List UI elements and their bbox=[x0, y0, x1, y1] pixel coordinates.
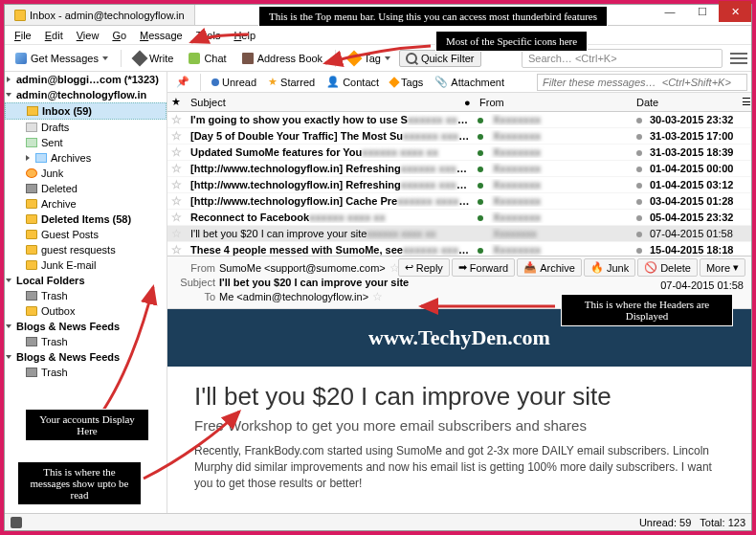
col-read[interactable]: ● bbox=[460, 97, 476, 108]
reply-button[interactable]: ↩ Reply bbox=[398, 258, 450, 277]
status-bar: Unread: 59 Total: 123 bbox=[5, 513, 751, 530]
more-button[interactable]: More ▾ bbox=[700, 258, 745, 277]
archive-button[interactable]: 📥 Archive bbox=[517, 258, 582, 277]
search-icon bbox=[406, 53, 417, 64]
filter-contact[interactable]: 👤Contact bbox=[322, 75, 384, 89]
book-icon bbox=[242, 53, 254, 64]
msg-date: 07-04-2015 01:58 bbox=[660, 279, 744, 291]
folder-archive[interactable]: Archive bbox=[5, 196, 167, 212]
feeds-1[interactable]: Blogs & News Feeds bbox=[5, 319, 167, 334]
forward-button[interactable]: ➡ Forward bbox=[452, 258, 515, 277]
menu-help[interactable]: Help bbox=[228, 29, 261, 42]
minimize-button[interactable]: — bbox=[654, 1, 686, 22]
folder-junk[interactable]: Junk bbox=[5, 166, 167, 181]
download-icon bbox=[15, 53, 27, 64]
body-title: I'll bet you $20 I can improve your site bbox=[194, 382, 724, 412]
window-tab[interactable]: Inbox - admin@technologyflow.in bbox=[5, 5, 195, 25]
anno-top-menu: This is the Top menu bar. Using this you… bbox=[258, 6, 608, 27]
message-row[interactable]: ☆I'll bet you $20 I can improve your sit… bbox=[167, 226, 751, 242]
anno-headers: This is where the Headers are Displayed bbox=[561, 294, 733, 326]
folder-tree: admin@bloggi…com (*1323)admin@technology… bbox=[5, 72, 167, 513]
close-button[interactable]: ✕ bbox=[719, 1, 751, 22]
filter-input[interactable] bbox=[537, 74, 747, 91]
status-unread: Unread: 59 bbox=[639, 517, 691, 528]
msg-from[interactable]: SumoMe <support@sumome.com> bbox=[219, 262, 386, 274]
toolbar: Get Messages Write Chat Address Book Tag… bbox=[5, 45, 751, 72]
msg-to[interactable]: Me <admin@technologyflow.in> bbox=[219, 291, 368, 302]
message-row[interactable]: ☆These 4 people messed with SumoMe, seex… bbox=[167, 242, 751, 256]
menu-edit[interactable]: Edit bbox=[39, 29, 69, 42]
write-button[interactable]: Write bbox=[127, 50, 180, 67]
message-row[interactable]: ☆[http://www.technologyflow.in] Cache Pr… bbox=[167, 193, 751, 210]
message-area: 📌 Unread ★Starred 👤Contact Tags 📎Attachm… bbox=[167, 72, 751, 513]
quick-filter-button[interactable]: Quick Filter bbox=[399, 50, 481, 67]
folder-drafts[interactable]: Drafts bbox=[5, 120, 167, 135]
folder-junk-e-mail[interactable]: Junk E-mail bbox=[5, 257, 167, 273]
folder-trash[interactable]: Trash bbox=[5, 365, 167, 380]
menu-go[interactable]: Go bbox=[106, 29, 132, 42]
menu-message[interactable]: Message bbox=[134, 29, 189, 42]
col-date[interactable]: Date bbox=[633, 97, 738, 108]
get-messages-button[interactable]: Get Messages bbox=[9, 50, 115, 67]
message-row[interactable]: ☆I'm going to show you exactly how to us… bbox=[167, 112, 751, 128]
menu-file[interactable]: File bbox=[9, 29, 37, 42]
local-folders[interactable]: Local Folders bbox=[5, 273, 167, 288]
address-book-button[interactable]: Address Book bbox=[235, 50, 329, 67]
maximize-button[interactable]: ☐ bbox=[686, 1, 719, 22]
pencil-icon bbox=[131, 50, 147, 66]
menu-tools[interactable]: Tools bbox=[190, 29, 227, 42]
anno-icons: Most of the Specific icons here bbox=[435, 31, 588, 52]
main-area: admin@bloggi…com (*1323)admin@technology… bbox=[5, 72, 751, 513]
tag-button[interactable]: Tag bbox=[342, 50, 397, 67]
message-row[interactable]: ☆[http://www.technologyflow.in] Refreshi… bbox=[167, 161, 751, 177]
menu-bar: FileEditViewGoMessageToolsHelp bbox=[5, 26, 751, 45]
feeds-2[interactable]: Blogs & News Feeds bbox=[5, 349, 167, 365]
folder-archives[interactable]: Archives bbox=[5, 150, 167, 166]
folder-guest-posts[interactable]: Guest Posts bbox=[5, 227, 167, 242]
filter-attachment[interactable]: 📎Attachment bbox=[430, 75, 509, 89]
chevron-down-icon bbox=[385, 56, 390, 60]
delete-button[interactable]: 🚫 Delete bbox=[637, 258, 698, 277]
anno-accounts: Your accounts Display Here bbox=[25, 409, 149, 441]
message-row[interactable]: ☆Updated SumoMe features for Youxxxxxx x… bbox=[167, 145, 751, 161]
message-list-header: ★ Subject ● From Date ☰ bbox=[167, 93, 751, 112]
message-row[interactable]: ☆Reconnect to Facebookxxxxxx xxxx xxXxxx… bbox=[167, 210, 751, 226]
chevron-down-icon bbox=[102, 56, 108, 60]
folder-sent[interactable]: Sent bbox=[5, 135, 167, 150]
body-paragraph: Recently, FrankBody.com started using Su… bbox=[194, 443, 724, 491]
folder-deleted[interactable]: Deleted bbox=[5, 181, 167, 196]
message-row[interactable]: ☆[Day 5 of Double Your Traffic] The Most… bbox=[167, 128, 751, 145]
app-menu-button[interactable] bbox=[730, 52, 747, 65]
quick-filter-bar: 📌 Unread ★Starred 👤Contact Tags 📎Attachm… bbox=[167, 72, 751, 93]
message-actions: ↩ Reply ➡ Forward 📥 Archive 🔥 Junk 🚫 Del… bbox=[398, 258, 745, 277]
filter-starred[interactable]: ★Starred bbox=[263, 75, 320, 89]
message-row[interactable]: ☆[http://www.technologyflow.in] Refreshi… bbox=[167, 177, 751, 193]
filter-tags[interactable]: Tags bbox=[386, 76, 428, 89]
msg-subject: I'll bet you $20 I can improve your site bbox=[219, 277, 409, 288]
anno-messages: This is where the messages show upto be … bbox=[17, 461, 142, 505]
body-subtitle: Free Workshop to get you more email subs… bbox=[194, 417, 724, 434]
chat-button[interactable]: Chat bbox=[182, 50, 233, 67]
filter-pin[interactable]: 📌 bbox=[171, 75, 194, 89]
menu-view[interactable]: View bbox=[71, 29, 105, 42]
folder-outbox[interactable]: Outbox bbox=[5, 303, 167, 319]
col-subject[interactable]: Subject bbox=[187, 97, 460, 108]
app-window: Inbox - admin@technologyflow.in — ☐ ✕ Fi… bbox=[4, 4, 752, 531]
folder-inbox-[interactable]: Inbox (59) bbox=[5, 102, 167, 120]
status-total: Total: 123 bbox=[700, 517, 745, 528]
folder-deleted-items-[interactable]: Deleted Items (58) bbox=[5, 212, 167, 227]
message-list: ☆I'm going to show you exactly how to us… bbox=[167, 112, 751, 256]
col-from[interactable]: From bbox=[476, 97, 619, 108]
junk-button[interactable]: 🔥 Junk bbox=[584, 258, 635, 277]
filter-unread[interactable]: Unread bbox=[207, 76, 261, 89]
account-2[interactable]: admin@technologyflow.in bbox=[5, 87, 167, 102]
folder-trash[interactable]: Trash bbox=[5, 334, 167, 349]
account-1[interactable]: admin@bloggi…com (*1323) bbox=[5, 72, 167, 87]
folder-guest-resquests[interactable]: guest resquests bbox=[5, 242, 167, 257]
inbox-icon bbox=[14, 10, 26, 21]
chat-icon bbox=[189, 53, 200, 64]
message-body: www.TechyDen.com I'll bet you $20 I can … bbox=[167, 309, 751, 513]
tag-icon bbox=[346, 50, 363, 66]
folder-trash[interactable]: Trash bbox=[5, 288, 167, 303]
activity-icon[interactable] bbox=[11, 517, 22, 528]
